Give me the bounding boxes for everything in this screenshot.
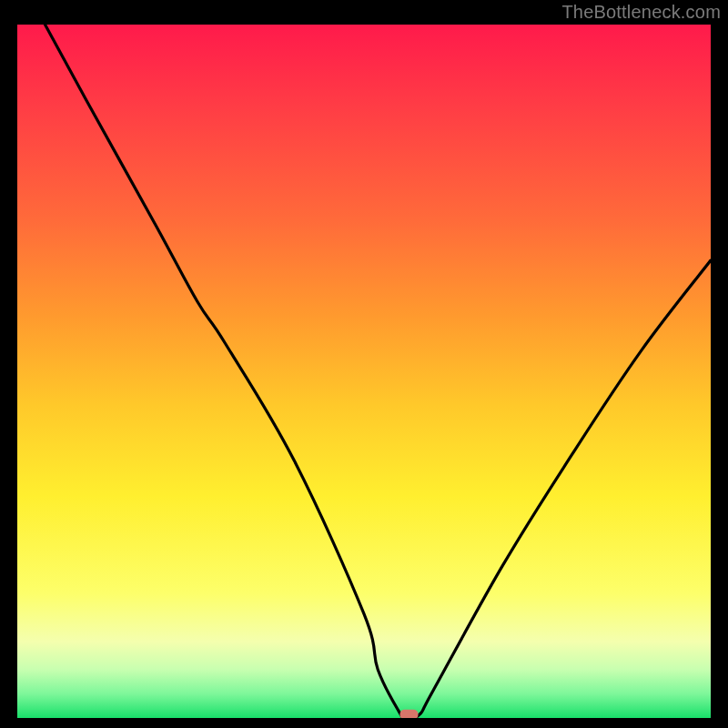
chart-plot-area (17, 25, 711, 718)
optimum-marker (400, 710, 419, 718)
chart-svg (17, 25, 711, 718)
watermark-text: TheBottleneck.com (561, 2, 721, 23)
